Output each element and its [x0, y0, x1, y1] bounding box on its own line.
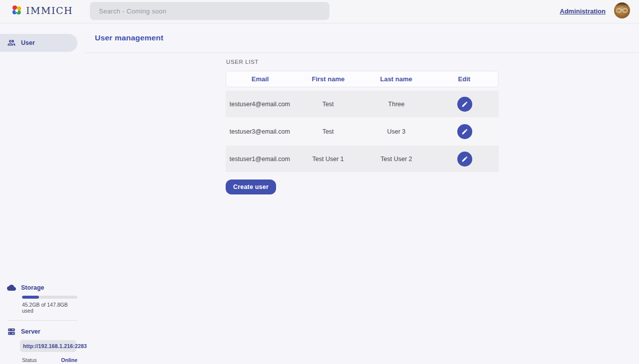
cell-last-name: Test User 2: [362, 156, 431, 163]
immich-logo[interactable]: IMMICH: [11, 4, 73, 16]
server-url-badge: http://192.168.1.216:2283: [20, 340, 76, 352]
avatar-photo-shading: [614, 2, 630, 7]
immich-flower-icon: [11, 4, 22, 16]
table-row: testuser4@email.com Test Three: [226, 91, 499, 117]
pencil-icon: [461, 128, 468, 135]
page-title: User management: [95, 33, 163, 42]
server-status-row: Status Online: [22, 357, 77, 363]
cell-email: testuser1@email.com: [226, 156, 294, 163]
user-table-header: Email First name Last name Edit: [226, 71, 499, 87]
app-wordmark: IMMICH: [26, 5, 73, 16]
column-header-email: Email: [226, 75, 294, 83]
sidebar-item-label: User: [21, 39, 35, 46]
user-management-content: USER LIST Email First name Last name Edi…: [226, 53, 499, 194]
storage-progress-bar: [22, 296, 77, 299]
create-user-button[interactable]: Create user: [226, 180, 276, 194]
server-widget-header: Server: [0, 327, 85, 336]
edit-user-button[interactable]: [457, 124, 472, 139]
storage-title: Storage: [21, 284, 44, 291]
storage-widget-header: Storage: [0, 283, 85, 292]
cell-email: testuser3@email.com: [226, 128, 294, 135]
edit-user-button[interactable]: [457, 152, 472, 167]
app-bar: IMMICH Administration: [0, 0, 639, 23]
sidebar-status-widgets: Storage 45.2GB of 147.8GB used: [0, 283, 85, 364]
server-widget: Server http://192.168.1.216:2283 Status …: [0, 327, 85, 364]
administration-link[interactable]: Administration: [560, 7, 606, 15]
column-header-edit: Edit: [430, 75, 498, 83]
cell-first-name: Test: [294, 128, 362, 135]
column-header-last-name: Last name: [362, 75, 430, 83]
table-row: testuser1@email.com Test User 1 Test Use…: [226, 146, 499, 172]
search-input[interactable]: [90, 2, 329, 20]
avatar-glasses-detail: [616, 8, 628, 13]
cell-first-name: Test User 1: [294, 156, 362, 163]
status-value: Online: [61, 357, 77, 363]
server-icon: [7, 327, 16, 336]
sidebar: User Storage 45.2GB of 147.8GB used: [0, 23, 85, 364]
user-avatar[interactable]: [614, 2, 630, 18]
status-label: Status: [22, 357, 37, 363]
pencil-icon: [461, 101, 468, 108]
edit-user-button[interactable]: [457, 97, 472, 112]
pencil-icon: [461, 156, 468, 163]
cell-last-name: User 3: [362, 128, 431, 135]
cell-first-name: Test: [294, 101, 362, 108]
user-list-label: USER LIST: [226, 59, 499, 65]
sidebar-item-user[interactable]: User: [0, 34, 77, 52]
table-row: testuser3@email.com Test User 3: [226, 118, 499, 145]
user-table-body: testuser4@email.com Test Three testuser3…: [226, 91, 499, 172]
storage-progress-fill: [22, 296, 39, 299]
users-icon: [7, 38, 16, 47]
main-panel: User management USER LIST Email First na…: [85, 23, 639, 364]
page-header: User management: [85, 23, 639, 53]
server-title: Server: [21, 328, 40, 335]
column-header-first-name: First name: [294, 75, 362, 83]
cell-email: testuser4@email.com: [226, 101, 294, 108]
storage-usage-text: 45.2GB of 147.8GB used: [22, 302, 77, 314]
sidebar-divider: [7, 320, 77, 321]
cloud-icon: [7, 283, 16, 292]
cell-last-name: Three: [362, 101, 431, 108]
